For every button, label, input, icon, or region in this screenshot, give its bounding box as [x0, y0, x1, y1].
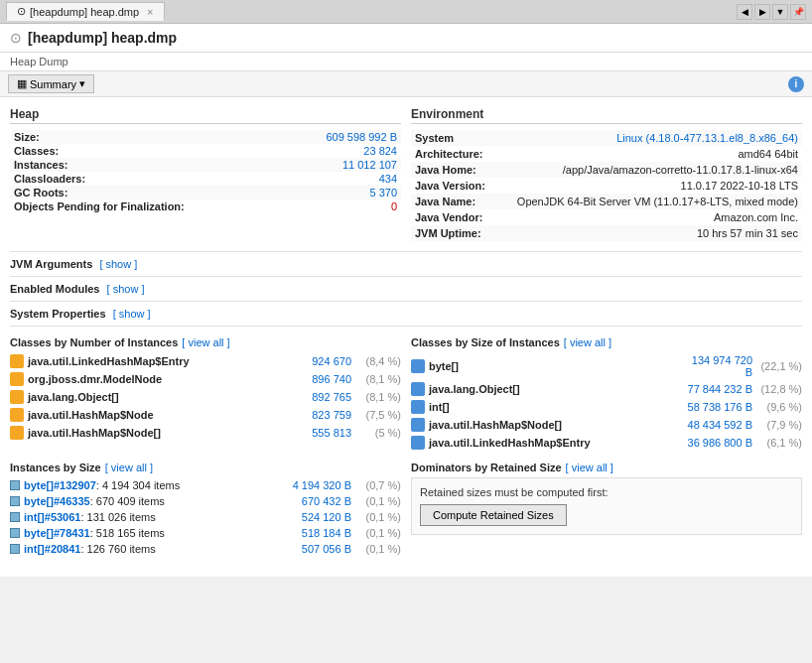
tab-close[interactable]: ×: [147, 6, 153, 18]
list-item: byte[]#78431: 518 165 items 518 184 B (0…: [10, 525, 401, 541]
window-title: [heapdump] heap.dmp: [28, 30, 177, 46]
table-row: Objects Pending for Finalization: 0: [10, 199, 401, 213]
bottom-section-2: Instances by Size [ view all ] byte[]#13…: [10, 462, 802, 557]
instance-icon: [10, 528, 20, 538]
env-name-value: OpenJDK 64-Bit Server VM (11.0.17+8-LTS,…: [494, 194, 802, 209]
class-icon: [10, 390, 24, 404]
info-icon[interactable]: i: [788, 76, 804, 92]
env-system-label: System: [411, 130, 494, 146]
summary-button[interactable]: ▦ Summary ▾: [8, 74, 94, 93]
class-count: 36 986 800 B: [683, 437, 752, 449]
table-row: Instances: 11 012 107: [10, 158, 401, 172]
grid-icon: ▦: [17, 77, 27, 90]
class-pct: (8,1 %): [351, 391, 401, 403]
list-item: byte[]#46335: 670 409 items 670 432 B (0…: [10, 493, 401, 509]
system-props-show-link[interactable]: [ show ]: [113, 308, 151, 320]
inst-pct: (0,1 %): [351, 511, 401, 523]
classes-by-size-viewall[interactable]: [ view all ]: [564, 336, 611, 348]
class-icon: [10, 426, 24, 440]
class-name: int[]: [429, 401, 683, 413]
env-arch-label: Architecture:: [411, 146, 494, 162]
class-count: 555 813: [282, 427, 351, 439]
env-title: Environment: [411, 107, 802, 124]
table-row: Classes: 23 824: [10, 144, 401, 158]
table-row: Java Name: OpenJDK 64-Bit Server VM (11.…: [411, 194, 802, 209]
list-item: int[] 58 738 176 B (9,6 %): [411, 398, 802, 416]
tab-heapdump[interactable]: ⊙ [heapdump] heap.dmp ×: [6, 2, 165, 21]
classes-by-instances-viewall[interactable]: [ view all ]: [182, 336, 229, 348]
class-count: 48 434 592 B: [683, 419, 752, 431]
env-table: System Linux (4.18.0-477.13.1.el8_8.x86_…: [411, 130, 802, 241]
env-version-label: Java Version:: [411, 178, 494, 194]
tab-nav: ◀ ▶ ▼ 📌: [737, 4, 806, 20]
classes-by-instances-header: Classes by Number of Instances [ view al…: [10, 336, 401, 348]
list-item: byte[]#132907: 4 194 304 items 4 194 320…: [10, 477, 401, 493]
instance-icon: [10, 480, 20, 490]
class-icon: [411, 418, 425, 432]
classes-by-instances-title: Classes by Number of Instances: [10, 336, 178, 348]
class-name: byte[]: [429, 360, 683, 372]
class-count: 134 974 720 B: [683, 354, 752, 378]
class-name: java.lang.Object[]: [28, 391, 282, 403]
nav-pin[interactable]: 📌: [790, 4, 806, 20]
tab-icon: ⊙: [17, 5, 26, 18]
table-row: Architecture: amd64 64bit: [411, 146, 802, 162]
nav-menu[interactable]: ▼: [772, 4, 788, 20]
class-name: java.util.HashMap$Node[]: [28, 427, 282, 439]
class-count: 58 738 176 B: [683, 401, 752, 413]
instances-by-size-header: Instances by Size [ view all ]: [10, 462, 401, 473]
toolbar: ▦ Summary ▾ i: [0, 71, 812, 97]
table-row: Java Home: /app/Java/amazon-corretto-11.…: [411, 162, 802, 178]
class-pct: (7,5 %): [351, 409, 401, 421]
nav-back[interactable]: ◀: [737, 4, 752, 20]
class-name: java.util.HashMap$Node[]: [429, 419, 683, 431]
bottom-section: Classes by Number of Instances [ view al…: [10, 336, 802, 452]
env-vendor-label: Java Vendor:: [411, 209, 494, 225]
env-arch-value: amd64 64bit: [494, 146, 802, 162]
class-name: java.lang.Object[]: [429, 383, 683, 395]
class-icon: [411, 359, 425, 373]
classes-by-instances-section: Classes by Number of Instances [ view al…: [10, 336, 401, 452]
list-item: int[]#53061: 131 026 items 524 120 B (0,…: [10, 509, 401, 525]
inst-pct: (0,1 %): [351, 495, 401, 507]
class-pct: (22,1 %): [752, 360, 802, 372]
heap-gcroots-label: GC Roots:: [10, 186, 281, 199]
env-home-label: Java Home:: [411, 162, 494, 178]
heap-instances-label: Instances:: [10, 158, 281, 172]
dominators-section: Dominators by Retained Size [ view all ]…: [411, 462, 802, 557]
table-row: Java Version: 11.0.17 2022-10-18 LTS: [411, 178, 802, 194]
inst-count: 670 432 B: [272, 495, 351, 507]
jvm-args-show-link[interactable]: [ show ]: [99, 258, 137, 270]
inst-name: byte[]#132907: 4 194 304 items: [24, 479, 272, 491]
class-pct: (12,8 %): [752, 383, 802, 395]
heap-instances-value: 11 012 107: [281, 158, 401, 172]
compute-retained-sizes-button[interactable]: Compute Retained Sizes: [420, 504, 567, 526]
dominators-title: Dominators by Retained Size: [411, 462, 562, 473]
enabled-modules-section: Enabled Modules [ show ]: [10, 277, 802, 302]
class-icon: [10, 408, 24, 422]
env-vendor-value: Amazon.com Inc.: [494, 209, 802, 225]
enabled-modules-show-link[interactable]: [ show ]: [107, 283, 145, 295]
list-item: byte[] 134 974 720 B (22,1 %): [411, 352, 802, 380]
jvm-arguments-section: JVM Arguments [ show ]: [10, 251, 802, 277]
instances-by-size-viewall[interactable]: [ view all ]: [105, 462, 153, 473]
breadcrumb: Heap Dump: [0, 53, 812, 71]
nav-forward[interactable]: ▶: [754, 4, 770, 20]
class-icon: [10, 354, 24, 368]
inst-name: byte[]#78431: 518 165 items: [24, 527, 272, 539]
list-item: java.lang.Object[] 892 765 (8,1 %): [10, 388, 401, 406]
table-row: GC Roots: 5 370: [10, 186, 401, 199]
class-count: 823 759: [282, 409, 351, 421]
enabled-modules-title: Enabled Modules: [10, 283, 99, 295]
dominators-viewall[interactable]: [ view all ]: [566, 462, 613, 473]
class-count: 924 670: [282, 355, 351, 367]
table-row: Java Vendor: Amazon.com Inc.: [411, 209, 802, 225]
main-content: Heap Size: 609 598 992 B Classes: 23 824…: [0, 97, 812, 577]
heap-title: Heap: [10, 107, 401, 124]
class-pct: (8,4 %): [351, 355, 401, 367]
heap-gcroots-value: 5 370: [281, 186, 401, 199]
tab-bar: ⊙ [heapdump] heap.dmp × ◀ ▶ ▼ 📌: [0, 0, 812, 24]
class-name: java.util.LinkedHashMap$Entry: [28, 355, 282, 367]
dropdown-icon: ▾: [79, 77, 85, 90]
classes-by-size-section: Classes by Size of Instances [ view all …: [411, 336, 802, 452]
